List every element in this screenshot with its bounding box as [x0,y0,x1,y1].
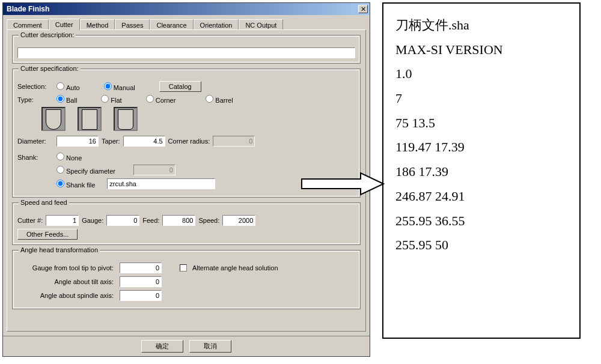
group-label-angle: Angle head transformation [19,246,100,253]
speed-feed-group: Speed and feed Cutter #: Gauge: Feed: Sp… [12,202,361,245]
spindle-row: Angle about spindle axis: [17,290,355,301]
file-line: 刀柄文件.sha [395,13,567,38]
cancel-button[interactable]: 取消 [189,340,231,353]
gauge-from-label: Gauge from tool tip to pivot: [17,264,114,271]
shank-row: Shank: None [17,153,355,162]
close-button[interactable]: ✕ [358,5,368,13]
arrow-icon [300,172,385,197]
speed-input[interactable] [222,215,255,226]
file-line: 75 13.5 [395,111,567,136]
close-icon: ✕ [361,5,366,13]
corner-icon [114,107,138,131]
diameter-row: Diameter: Taper: Corner radius: [17,136,355,147]
file-line: 255.95 36.55 [395,209,567,234]
spindle-input[interactable] [120,290,162,301]
file-line: 246.87 24.91 [395,184,567,209]
angle-head-group: Angle head transformation Gauge from too… [12,250,361,309]
ball-icon [41,107,66,131]
tilt-input[interactable] [120,276,162,287]
file-line: 186 17.39 [395,160,567,184]
dialog-buttons: 确定 取消 [3,336,370,356]
catalog-button[interactable]: Catalog [159,81,201,92]
gauge-input[interactable] [106,215,139,226]
cutter-num-label: Cutter #: [17,217,43,224]
alt-label: Alternate angle head solution [192,264,278,271]
feed-input[interactable] [162,215,195,226]
selection-row: Selection: Auto Manual Catalog [17,81,355,92]
file-line: 255.95 50 [395,233,567,258]
file-line: MAX-SI VERSION [395,38,567,62]
speed-label: Speed: [198,217,219,224]
taper-label: Taper: [102,138,120,145]
alt-checkbox[interactable] [180,264,187,271]
shank-label: Shank: [17,154,53,161]
title-bar: Blade Finish ✕ [3,3,370,15]
corner-radius-input [213,136,255,147]
gauge-from-input[interactable] [120,262,162,273]
corner-radius-label: Corner radius: [168,138,210,145]
spindle-label: Angle about spindle axis: [17,292,114,299]
feed-label: Feed: [142,217,159,224]
radio-corner[interactable]: Corner [146,95,176,104]
file-line: 1.0 [395,62,567,86]
radio-flat[interactable]: Flat [101,95,121,104]
file-line: 7 [395,86,567,111]
cutter-num-input[interactable] [46,215,79,226]
file-line: 119.47 17.39 [395,135,567,160]
cutter-description-input[interactable] [17,47,355,58]
tab-bar: Comment Cutter Method Passes Clearance O… [3,15,370,30]
radio-shank-none[interactable]: None [56,153,82,162]
cutter-description-group: Cutter description: [12,35,361,64]
radio-barrel[interactable]: Barrel [206,95,233,104]
diameter-input[interactable] [56,136,99,147]
window-title: Blade Finish [5,5,49,13]
gauge-from-row: Gauge from tool tip to pivot: Alternate … [17,262,355,273]
specify-diameter-input [133,165,175,175]
radio-ball[interactable]: Ball [56,95,77,104]
flat-icon [78,107,102,131]
group-label-spec: Cutter specification: [19,65,81,72]
radio-shank-file[interactable]: Shank file [56,180,95,189]
cutter-type-icons [41,107,355,131]
radio-shank-specify[interactable]: Specify diameter [56,166,115,175]
radio-manual[interactable]: Manual [104,82,135,91]
group-label-speed: Speed and feed [19,199,69,206]
gauge-label: Gauge: [82,217,103,224]
selection-label: Selection: [17,83,53,90]
tilt-label: Angle about tilt axis: [17,278,114,285]
group-label-desc: Cutter description: [19,31,76,38]
ok-button[interactable]: 确定 [141,340,183,353]
shank-file-input[interactable] [107,178,215,189]
shank-file-content: 刀柄文件.sha MAX-SI VERSION 1.0 7 75 13.5 11… [382,2,581,339]
tilt-row: Angle about tilt axis: [17,276,355,287]
taper-input[interactable] [123,136,165,147]
tab-cutter[interactable]: Cutter [49,19,80,30]
type-row: Type: Ball Flat Corner Barrel [17,95,355,104]
other-feeds-button[interactable]: Other Feeds... [17,229,78,240]
type-label: Type: [17,96,53,103]
speed-row: Cutter #: Gauge: Feed: Speed: [17,215,355,226]
diameter-label: Diameter: [17,138,53,145]
radio-auto[interactable]: Auto [56,82,80,91]
